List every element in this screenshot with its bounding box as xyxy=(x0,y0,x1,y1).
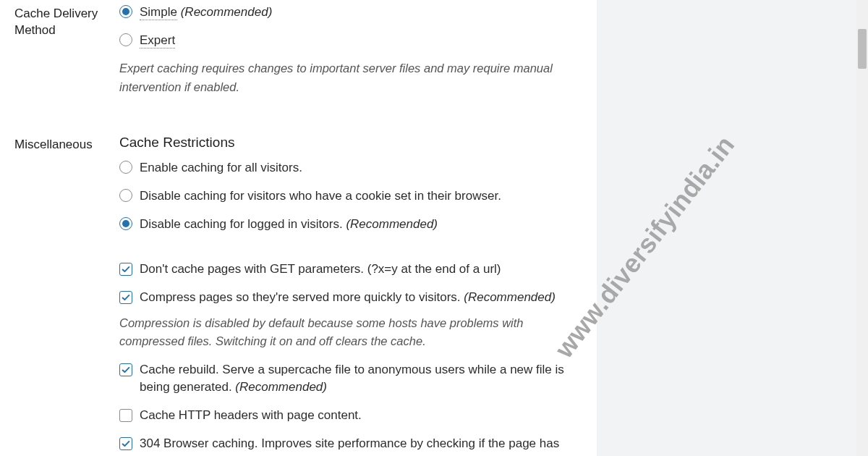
check-compress[interactable] xyxy=(119,291,132,304)
section-cache-delivery: Cache Delivery Method Simple (Recommende… xyxy=(0,0,593,109)
check-row-get-params[interactable]: Don't cache pages with GET parameters. (… xyxy=(119,261,593,279)
section-miscellaneous: Miscellaneous Cache Restrictions Enable … xyxy=(0,131,593,456)
help-expert: Expert caching requires changes to impor… xyxy=(119,59,582,96)
radio-loggedin-visitors-label: Disable caching for logged in visitors. … xyxy=(140,216,438,234)
subheading-cache-restrictions: Cache Restrictions xyxy=(119,135,593,151)
check-rebuild-label: Cache rebuild. Serve a supercache file t… xyxy=(140,361,593,397)
radio-simple-label: Simple (Recommended) xyxy=(140,4,272,22)
right-sidebar-panel xyxy=(597,0,868,456)
radio-expert-label: Expert xyxy=(140,32,175,50)
check-row-http-headers[interactable]: Cache HTTP headers with page content. xyxy=(119,407,593,425)
check-304-label: 304 Browser caching. Improves site perfo… xyxy=(140,435,593,456)
radio-expert[interactable] xyxy=(119,33,132,46)
radio-row-all-visitors[interactable]: Enable caching for all visitors. xyxy=(119,159,593,177)
check-http-headers-label: Cache HTTP headers with page content. xyxy=(140,407,362,425)
label-miscellaneous: Miscellaneous xyxy=(14,137,119,153)
check-rebuild[interactable] xyxy=(119,363,132,376)
radio-row-simple[interactable]: Simple (Recommended) xyxy=(119,4,593,22)
radio-row-loggedin-visitors[interactable]: Disable caching for logged in visitors. … xyxy=(119,216,593,234)
check-get-params[interactable] xyxy=(119,263,132,276)
radio-simple[interactable] xyxy=(119,5,132,18)
radio-cookie-visitors[interactable] xyxy=(119,189,132,202)
help-compress: Compression is disabled by default becau… xyxy=(119,314,568,351)
radio-row-cookie-visitors[interactable]: Disable caching for visitors who have a … xyxy=(119,187,593,206)
scrollbar-thumb[interactable] xyxy=(858,29,867,69)
radio-loggedin-visitors[interactable] xyxy=(119,217,132,230)
radio-row-expert[interactable]: Expert xyxy=(119,32,593,50)
radio-all-visitors-label: Enable caching for all visitors. xyxy=(140,159,302,177)
check-row-compress[interactable]: Compress pages so they're served more qu… xyxy=(119,289,593,307)
check-row-rebuild[interactable]: Cache rebuild. Serve a supercache file t… xyxy=(119,361,593,397)
check-304[interactable] xyxy=(119,437,132,450)
check-compress-label: Compress pages so they're served more qu… xyxy=(140,289,556,307)
check-get-params-label: Don't cache pages with GET parameters. (… xyxy=(140,261,501,279)
label-cache-delivery: Cache Delivery Method xyxy=(14,6,119,39)
radio-all-visitors[interactable] xyxy=(119,161,132,174)
radio-cookie-visitors-label: Disable caching for visitors who have a … xyxy=(140,187,501,206)
check-http-headers[interactable] xyxy=(119,409,132,422)
check-row-304[interactable]: 304 Browser caching. Improves site perfo… xyxy=(119,435,593,456)
scrollbar-track[interactable] xyxy=(856,0,868,456)
